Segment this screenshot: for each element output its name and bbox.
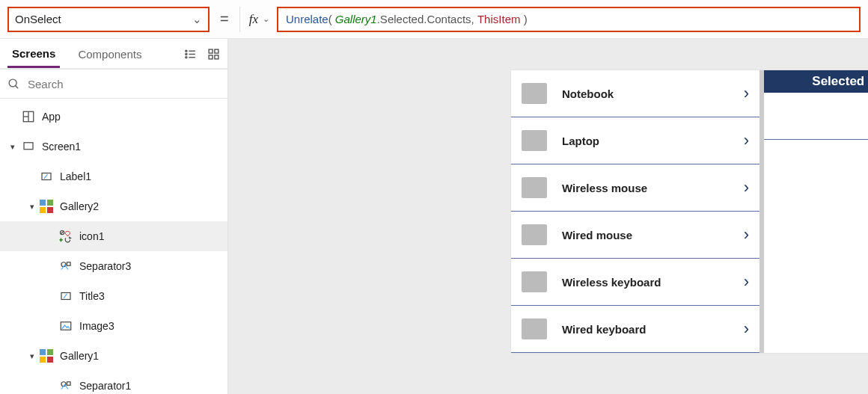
tree-item-label: Separator1 <box>79 380 131 392</box>
tree-item-label: icon1 <box>79 230 104 242</box>
separator-icon <box>58 378 73 393</box>
formula-sep: , <box>471 13 477 25</box>
product-name: Wireless keyboard <box>562 276 661 289</box>
formula-input-wrap: fx ⌄ Unrelate( Gallery1.Selected.Contact… <box>239 7 861 32</box>
tree-item-label: Image3 <box>79 320 114 332</box>
list-item[interactable]: Notebook› <box>511 70 760 117</box>
tree-tabs: Screens Components <box>0 39 227 69</box>
formula-ident: Gallery1 <box>335 13 377 25</box>
svg-rect-6 <box>209 49 213 53</box>
tree-item-gallery1[interactable]: ▾ Gallery1 <box>0 341 227 371</box>
chevron-right-icon[interactable]: › <box>744 178 749 197</box>
tab-screens[interactable]: Screens <box>7 44 60 68</box>
search-input[interactable] <box>28 78 220 90</box>
gallery-icon <box>39 348 54 363</box>
chevron-right-icon[interactable]: › <box>744 84 749 103</box>
tree-item-label: Label1 <box>60 170 91 182</box>
product-image <box>522 83 547 104</box>
tree-item-separator1[interactable]: Separator1 <box>0 371 227 394</box>
list-item[interactable]: Wired mouse› <box>511 212 760 259</box>
chevron-right-icon[interactable]: › <box>744 131 749 150</box>
caret-down-icon[interactable]: ▾ <box>27 202 37 212</box>
property-name: OnSelect <box>15 13 61 25</box>
chevron-right-icon[interactable]: › <box>744 319 749 339</box>
product-name: Laptop <box>562 135 599 147</box>
tree-item-screen1[interactable]: ▾ Screen1 <box>0 132 227 161</box>
formula-bar: OnSelect ⌄ = fx ⌄ Unrelate( Gallery1.Sel… <box>0 0 868 39</box>
svg-point-5 <box>186 57 187 58</box>
product-image <box>522 318 547 339</box>
tree-item-separator3[interactable]: Separator3 <box>0 251 227 281</box>
svg-rect-15 <box>24 143 33 150</box>
chevron-right-icon[interactable]: › <box>744 225 749 244</box>
formula-thisitem: ThisItem <box>477 13 521 25</box>
tree-item-label: Screen1 <box>42 141 81 153</box>
svg-rect-9 <box>215 55 218 59</box>
contacts-panel: Selected Product Contacts <box>764 70 868 353</box>
tree-item-label: Separator3 <box>79 260 131 272</box>
svg-rect-26 <box>67 382 71 386</box>
icon-control-icon <box>58 229 73 244</box>
svg-rect-8 <box>209 55 213 59</box>
product-gallery[interactable]: Notebook› Laptop› Wireless mouse› Wired … <box>511 70 760 353</box>
list-item[interactable]: Laptop› <box>511 117 760 164</box>
formula-chain: .Selected.Contacts <box>377 13 471 25</box>
product-image <box>522 271 547 292</box>
screen-icon <box>21 139 36 154</box>
product-image <box>522 177 547 198</box>
chevron-right-icon[interactable]: › <box>744 272 749 292</box>
tree-item-image3[interactable]: Image3 <box>0 311 227 341</box>
tree: App ▾ Screen1 Label1 ▾ Gallery2 <box>0 99 227 394</box>
chevron-down-icon[interactable]: ⌄ <box>263 14 269 24</box>
chevron-down-icon: ⌄ <box>192 13 202 26</box>
product-image <box>522 224 547 245</box>
tree-item-title3[interactable]: Title3 <box>0 281 227 311</box>
product-name: Wireless mouse <box>562 182 647 194</box>
tree-view-pane: Screens Components App <box>0 39 228 394</box>
label-icon <box>58 289 73 304</box>
separator-icon <box>58 259 73 274</box>
contact-row[interactable] <box>764 93 868 140</box>
svg-point-4 <box>186 53 187 55</box>
list-item[interactable]: Wireless mouse› <box>511 164 760 212</box>
caret-down-icon[interactable]: ▾ <box>27 351 37 361</box>
fx-icon[interactable]: fx <box>249 12 258 27</box>
tree-item-gallery2[interactable]: ▾ Gallery2 <box>0 191 227 221</box>
product-name: Notebook <box>562 87 614 100</box>
image-icon <box>58 318 73 333</box>
list-collapse-icon[interactable] <box>184 48 197 64</box>
gallery-icon <box>39 199 54 214</box>
product-name: Wired keyboard <box>562 323 646 336</box>
svg-point-10 <box>9 79 16 87</box>
label-icon <box>39 169 54 184</box>
formula-input[interactable]: Unrelate( Gallery1.Selected.Contacts, Th… <box>277 7 861 32</box>
tree-search[interactable] <box>0 69 227 99</box>
tree-item-app[interactable]: App <box>0 102 227 132</box>
tree-item-icon1[interactable]: icon1 <box>0 221 227 251</box>
search-icon <box>7 78 20 90</box>
app-preview: Notebook› Laptop› Wireless mouse› Wired … <box>511 70 868 353</box>
tab-components[interactable]: Components <box>73 45 146 67</box>
svg-line-11 <box>16 85 19 88</box>
list-item[interactable]: Wired keyboard› <box>511 306 760 353</box>
tree-item-label1[interactable]: Label1 <box>0 161 227 191</box>
equals-sign: = <box>220 10 229 28</box>
property-selector[interactable]: OnSelect ⌄ <box>7 7 210 32</box>
tree-item-label: Gallery2 <box>60 200 99 212</box>
close-paren: ) <box>520 13 527 25</box>
contacts-header: Selected Product Contacts <box>764 70 868 93</box>
svg-rect-7 <box>215 49 218 53</box>
product-name: Wired mouse <box>562 229 632 241</box>
grid-view-icon[interactable] <box>207 48 220 64</box>
tree-item-label: Gallery1 <box>60 350 99 362</box>
open-paren: ( <box>328 13 335 25</box>
canvas[interactable]: Notebook› Laptop› Wireless mouse› Wired … <box>228 39 868 394</box>
tree-item-label: App <box>42 111 61 123</box>
svg-rect-22 <box>67 262 71 266</box>
svg-point-3 <box>186 50 187 52</box>
formula-func: Unrelate <box>286 13 328 25</box>
list-item[interactable]: Wireless keyboard› <box>511 259 760 306</box>
caret-down-icon[interactable]: ▾ <box>7 142 18 152</box>
app-icon <box>21 109 36 124</box>
tree-item-label: Title3 <box>79 290 105 302</box>
